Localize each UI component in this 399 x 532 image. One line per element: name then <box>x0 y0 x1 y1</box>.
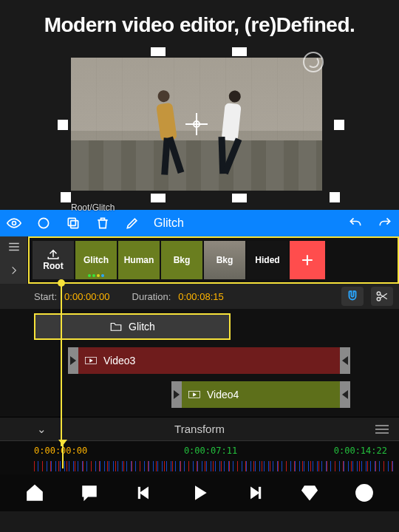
help-icon[interactable] <box>351 480 378 506</box>
ruler-tick: 0:00:00:00 <box>34 446 87 456</box>
diamond-icon[interactable] <box>296 480 323 506</box>
playhead[interactable] <box>61 282 62 446</box>
ruler-tick: 0:00:07:11 <box>184 446 237 456</box>
clip-handle[interactable] <box>340 347 350 374</box>
clip-handle[interactable] <box>68 347 78 374</box>
svg-rect-3 <box>68 218 75 225</box>
redo-icon[interactable] <box>377 215 393 231</box>
shelf-sidebar <box>0 236 28 284</box>
clip-video4[interactable]: Video4 <box>171 381 350 408</box>
crosshair-icon <box>185 113 208 135</box>
root-label: Root <box>43 261 63 271</box>
shelf-item-glitch[interactable]: Glitch <box>75 241 117 279</box>
start-label: Start: <box>34 291 57 302</box>
preview-canvas[interactable]: Root/Glitch <box>40 47 359 210</box>
duration-label: Duration: <box>132 291 171 302</box>
bottom-bar <box>0 474 399 511</box>
copy-icon[interactable] <box>65 215 81 231</box>
resize-handle[interactable] <box>61 192 71 202</box>
svg-point-5 <box>377 298 381 301</box>
shelf-item-human[interactable]: Human <box>118 241 160 279</box>
magnet-icon[interactable] <box>341 287 364 306</box>
video-icon <box>188 389 201 400</box>
svg-point-1 <box>38 218 48 228</box>
resize-handle[interactable] <box>151 47 166 56</box>
duration-value[interactable]: 0:00:08:15 <box>178 291 223 302</box>
clip-shelf: Root Glitch Human Bkg Bkg Hided + <box>28 236 399 284</box>
list-icon[interactable] <box>7 242 21 255</box>
edit-icon[interactable] <box>124 215 140 231</box>
preview-video <box>71 58 322 191</box>
trash-icon[interactable] <box>95 215 111 231</box>
rotate-icon[interactable] <box>303 52 324 72</box>
comment-icon[interactable] <box>76 480 103 506</box>
video-icon <box>84 355 98 366</box>
undo-icon[interactable] <box>347 215 364 231</box>
expand-icon[interactable] <box>9 265 19 279</box>
resize-handle[interactable] <box>232 47 247 56</box>
headline: Modern video editor, (re)Defined. <box>0 0 399 47</box>
resize-handle[interactable] <box>232 194 247 202</box>
play-icon[interactable] <box>186 480 213 506</box>
folder-icon <box>109 321 123 332</box>
shelf-item-bkg2[interactable]: Bkg <box>204 241 245 279</box>
svg-rect-9 <box>259 487 261 498</box>
transform-panel-header[interactable]: ⌄ Transform <box>0 417 399 440</box>
resize-handle[interactable] <box>330 192 340 202</box>
svg-point-4 <box>377 292 381 296</box>
clip-handle[interactable] <box>340 381 350 408</box>
svg-rect-2 <box>71 221 78 228</box>
resize-handle[interactable] <box>151 194 166 202</box>
chevron-down-icon: ⌄ <box>37 423 47 436</box>
resize-handle[interactable] <box>58 120 68 130</box>
time-ruler[interactable]: 0:00:00:00 0:00:07:11 0:00:14:22 <box>0 440 399 474</box>
step-back-icon[interactable] <box>132 480 158 506</box>
scissors-icon[interactable] <box>371 287 393 306</box>
record-icon[interactable] <box>35 215 52 231</box>
timeline-tracks[interactable]: Glitch Video3 Video4 <box>0 309 399 417</box>
timing-row: Start: 0:00:00:00 Duration: 0:00:08:15 <box>0 284 399 309</box>
svg-rect-8 <box>138 487 140 498</box>
step-forward-icon[interactable] <box>241 480 267 506</box>
breadcrumb: Root/Glitch <box>71 202 115 213</box>
visibility-icon[interactable] <box>6 215 22 231</box>
root-button[interactable]: Root <box>33 241 74 279</box>
toolbar-title: Glitch <box>154 216 184 230</box>
add-button[interactable]: + <box>290 241 325 279</box>
resize-handle[interactable] <box>334 120 344 130</box>
clip-glitch[interactable]: Glitch <box>34 313 231 340</box>
clip-video3[interactable]: Video3 <box>68 347 350 374</box>
start-value[interactable]: 0:00:00:00 <box>64 291 109 302</box>
svg-point-0 <box>13 222 16 225</box>
shelf-item-hided[interactable]: Hided <box>247 241 288 279</box>
panel-menu-icon[interactable] <box>375 425 389 434</box>
ruler-tick: 0:00:14:22 <box>334 446 387 456</box>
clip-handle[interactable] <box>171 381 182 408</box>
shelf-item-bkg1[interactable]: Bkg <box>161 241 202 279</box>
toolbar: Glitch <box>0 210 399 236</box>
home-icon[interactable] <box>21 480 48 506</box>
